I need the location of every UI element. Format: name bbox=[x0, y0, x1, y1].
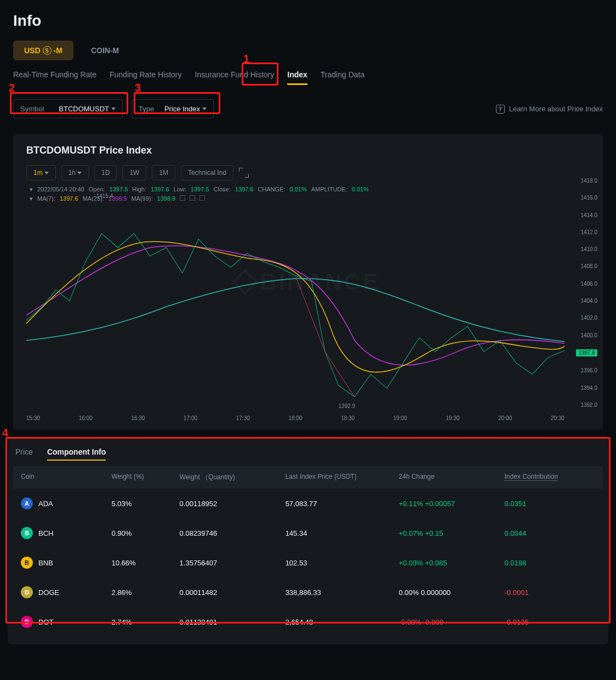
tf-1w[interactable]: 1W bbox=[122, 165, 146, 180]
table-body: AADA5.03%0.0011895257,083.77+0.11% +0.00… bbox=[13, 489, 603, 637]
technical-ind-button[interactable]: Technical Ind bbox=[181, 165, 233, 180]
coin-icon: A bbox=[21, 497, 33, 509]
chart-panel: BTCDOMUSDT Price Index 1m 1h 1D 1W 1M Te… bbox=[13, 134, 603, 430]
tf-1d[interactable]: 1D bbox=[94, 165, 117, 180]
change-24h: +0.03% +0.085 bbox=[398, 559, 504, 567]
chevron-down-icon bbox=[202, 107, 207, 110]
chart-title: BTCDOMUSDT Price Index bbox=[26, 145, 590, 156]
change-24h: 0.00% 0.000000 bbox=[398, 588, 504, 597]
weight-pct: 5.03% bbox=[111, 500, 179, 508]
index-contribution: 0.0351 bbox=[505, 500, 595, 508]
last-price: 57,083.77 bbox=[286, 500, 399, 508]
fullscreen-icon[interactable] bbox=[239, 168, 249, 178]
callout-num-4: 4 bbox=[2, 427, 8, 439]
last-price: 102.53 bbox=[286, 559, 399, 567]
weight-pct: 10.66% bbox=[111, 559, 179, 567]
weight-qty: 0.08239746 bbox=[180, 529, 286, 537]
subnav-funding-rate[interactable]: Real-Time Funding Rate bbox=[13, 70, 96, 84]
weight-pct: 0.90% bbox=[111, 529, 179, 537]
chart-high-label: 1415.4 bbox=[96, 193, 113, 199]
symbol-label: Symbol bbox=[20, 105, 44, 113]
weight-qty: 0.00011482 bbox=[180, 588, 286, 597]
coin-symbol: BNB bbox=[38, 559, 53, 567]
weight-qty: 1.35756407 bbox=[180, 559, 286, 567]
page-title: Info bbox=[0, 0, 616, 35]
change-24h: +0.07% +0.15 bbox=[398, 529, 504, 537]
coin-icon: B bbox=[21, 557, 33, 569]
weight-pct: 2.86% bbox=[111, 588, 179, 597]
table-row[interactable]: AADA5.03%0.0011895257,083.77+0.11% +0.00… bbox=[13, 489, 603, 518]
y-axis: 1418.01416.01414.01412.01410.01408.01406… bbox=[570, 178, 597, 408]
ohlc-readout: ▾ 2022/05/14 20:40 Open:1397.5 High:1397… bbox=[26, 186, 590, 193]
change-24h: -0.08% -0.009 bbox=[398, 618, 504, 626]
index-contribution: 0.0044 bbox=[505, 529, 595, 537]
subnav-index[interactable]: Index bbox=[287, 70, 307, 84]
coin-icon: D bbox=[21, 616, 33, 628]
tab-component-info[interactable]: Component Info bbox=[47, 447, 106, 461]
coin-symbol: DOGE bbox=[38, 588, 59, 597]
chevron-down-icon bbox=[44, 172, 49, 174]
table-row[interactable]: BBCH0.90%0.08239746145.34+0.07% +0.150.0… bbox=[13, 518, 603, 548]
chart-low-label: 1392.9 bbox=[339, 403, 356, 409]
tab-usdm[interactable]: USDS-M bbox=[13, 41, 73, 60]
type-value: Price Index bbox=[164, 105, 200, 113]
x-axis: 15:3016:0016:3017:0017:3018:0018:3019:00… bbox=[26, 415, 564, 421]
coin-symbol: DOT bbox=[38, 618, 53, 626]
index-contribution: -0.0135 bbox=[505, 618, 595, 626]
weight-qty: 0.01138491 bbox=[180, 618, 286, 626]
chevron-down-icon bbox=[111, 107, 116, 110]
tab-coinm[interactable]: COIN-M bbox=[80, 41, 130, 60]
chevron-down-icon bbox=[77, 172, 82, 174]
change-24h: +0.11% +0.00057 bbox=[398, 500, 504, 508]
table-row[interactable]: DDOGE2.86%0.00011482338,886.330.00% 0.00… bbox=[13, 577, 603, 607]
table-header: Coin Weight (%) Weight （Quantity) Last I… bbox=[13, 466, 603, 489]
type-select[interactable]: Type Price Index bbox=[132, 99, 214, 118]
table-row[interactable]: BBNB10.66%1.35756407102.53+0.03% +0.0850… bbox=[13, 548, 603, 577]
currency-tabs: USDS-M COIN-M bbox=[0, 35, 616, 60]
table-row[interactable]: DDOT2.74%0.011384912,654.48-0.08% -0.009… bbox=[13, 607, 603, 637]
weight-pct: 2.74% bbox=[111, 618, 179, 626]
learn-more-label: Learn More about Price Index bbox=[509, 105, 603, 113]
last-price: 145.34 bbox=[286, 529, 399, 537]
timeframe-row: 1m 1h 1D 1W 1M Technical Ind bbox=[26, 165, 590, 180]
component-panel: Price Component Info Coin Weight (%) Wei… bbox=[8, 439, 608, 644]
subnav-insurance[interactable]: Insurance Fund History bbox=[195, 70, 275, 84]
index-contribution: -0.0001 bbox=[505, 588, 595, 597]
coin-icon: D bbox=[21, 586, 33, 598]
coin-icon: B bbox=[21, 527, 33, 539]
type-label: Type bbox=[139, 105, 154, 113]
last-price: 2,654.48 bbox=[286, 618, 399, 626]
learn-more-link[interactable]: ? Learn More about Price Index bbox=[496, 105, 603, 114]
symbol-value: BTCDOMUSDT bbox=[59, 105, 109, 113]
last-price: 338,886.33 bbox=[286, 588, 399, 597]
coin-symbol: ADA bbox=[38, 500, 53, 508]
weight-qty: 0.00118952 bbox=[180, 500, 286, 508]
subnav: Real-Time Funding Rate Funding Rate Hist… bbox=[0, 60, 616, 92]
coin-symbol: BCH bbox=[38, 529, 53, 537]
index-contribution: 0.0198 bbox=[505, 559, 595, 567]
symbol-select[interactable]: Symbol BTCDOMUSDT bbox=[13, 99, 123, 118]
tf-1M[interactable]: 1M bbox=[152, 165, 175, 180]
subnav-trading-data[interactable]: Trading Data bbox=[321, 70, 364, 84]
subnav-funding-history[interactable]: Funding Rate History bbox=[110, 70, 182, 84]
tf-1h[interactable]: 1h bbox=[61, 165, 89, 180]
help-icon: ? bbox=[496, 105, 505, 114]
tab-price[interactable]: Price bbox=[15, 447, 33, 461]
chart-canvas[interactable]: 1415.4 1392.9 bbox=[26, 194, 564, 408]
tf-1m[interactable]: 1m bbox=[26, 165, 56, 180]
